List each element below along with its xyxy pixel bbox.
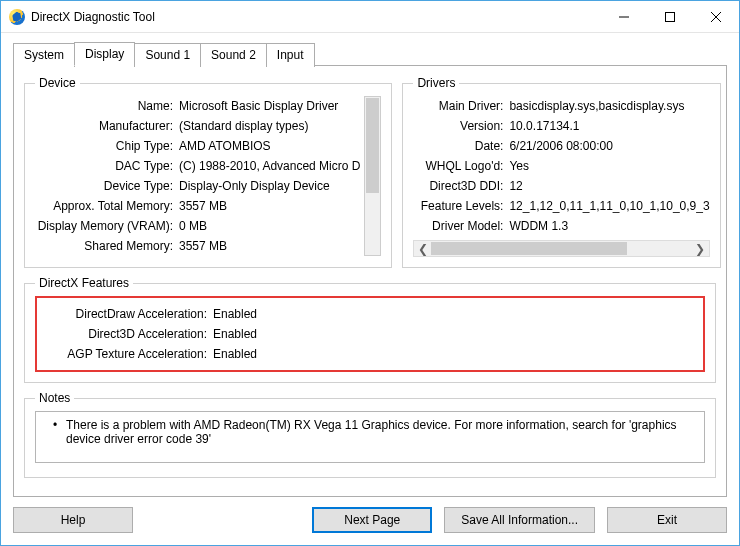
dx-feature-label: DirectDraw Acceleration: [41, 307, 213, 321]
device-vertical-scrollbar[interactable] [364, 96, 381, 256]
window-title: DirectX Diagnostic Tool [31, 10, 155, 24]
directx-features-title: DirectX Features [35, 276, 133, 290]
device-value: AMD ATOMBIOS [179, 139, 360, 153]
driver-value: 12_1,12_0,11_1,11_0,10_1,10_0,9_3 [509, 199, 709, 213]
device-value: 3557 MB [179, 199, 360, 213]
window-frame: DirectX Diagnostic Tool System Display S… [0, 0, 740, 546]
tab-panel-display: Device Name:Microsoft Basic Display Driv… [13, 65, 727, 497]
device-value: Microsoft Basic Display Driver [179, 99, 360, 113]
tab-sound-1[interactable]: Sound 1 [134, 43, 201, 67]
device-value: 0 MB [179, 219, 360, 233]
driver-value: 12 [509, 179, 709, 193]
tab-display[interactable]: Display [74, 42, 135, 66]
driver-label: Feature Levels: [413, 199, 509, 213]
device-value: 3557 MB [179, 239, 360, 253]
bullet-icon: • [44, 418, 66, 456]
dx-feature-value: Enabled [213, 347, 699, 361]
driver-value: basicdisplay.sys,basicdisplay.sys [509, 99, 709, 113]
next-page-button[interactable]: Next Page [312, 507, 432, 533]
directx-features-group: DirectX Features DirectDraw Acceleration… [24, 276, 716, 383]
svg-rect-1 [666, 12, 675, 21]
notes-group-title: Notes [35, 391, 74, 405]
device-group-title: Device [35, 76, 80, 90]
notes-group: Notes • There is a problem with AMD Rade… [24, 391, 716, 478]
device-label: Approx. Total Memory: [35, 199, 179, 213]
exit-button[interactable]: Exit [607, 507, 727, 533]
driver-value: Yes [509, 159, 709, 173]
maximize-button[interactable] [647, 1, 693, 33]
close-icon [711, 12, 721, 22]
scroll-right-arrow-icon[interactable]: ❯ [692, 241, 709, 256]
close-button[interactable] [693, 1, 739, 33]
device-value: (C) 1988-2010, Advanced Micro D [179, 159, 360, 173]
device-label: Chip Type: [35, 139, 179, 153]
driver-label: Driver Model: [413, 219, 509, 233]
directx-features-highlight: DirectDraw Acceleration:Enabled Direct3D… [35, 296, 705, 372]
device-label: Display Memory (VRAM): [35, 219, 179, 233]
driver-value: WDDM 1.3 [509, 219, 709, 233]
tab-sound-2[interactable]: Sound 2 [200, 43, 267, 67]
scrollbar-thumb[interactable] [366, 98, 379, 193]
device-value: (Standard display types) [179, 119, 360, 133]
device-value: Display-Only Display Device [179, 179, 360, 193]
notes-text: There is a problem with AMD Radeon(TM) R… [66, 418, 696, 456]
driver-label: WHQL Logo'd: [413, 159, 509, 173]
button-bar: Help Next Page Save All Information... E… [13, 497, 727, 533]
drivers-group: Drivers Main Driver:basicdisplay.sys,bas… [402, 76, 720, 268]
maximize-icon [665, 12, 675, 22]
device-label: Manufacturer: [35, 119, 179, 133]
dx-feature-label: AGP Texture Acceleration: [41, 347, 213, 361]
minimize-button[interactable] [601, 1, 647, 33]
device-label: Device Type: [35, 179, 179, 193]
driver-label: Version: [413, 119, 509, 133]
drivers-horizontal-scrollbar[interactable]: ❮ ❯ [413, 240, 709, 257]
dx-feature-label: Direct3D Acceleration: [41, 327, 213, 341]
app-icon [9, 9, 25, 25]
help-button[interactable]: Help [13, 507, 133, 533]
minimize-icon [619, 12, 629, 22]
tab-strip: System Display Sound 1 Sound 2 Input [13, 41, 727, 65]
save-all-information-button[interactable]: Save All Information... [444, 507, 595, 533]
driver-value: 10.0.17134.1 [509, 119, 709, 133]
drivers-info-list: Main Driver:basicdisplay.sys,basicdispla… [413, 96, 709, 236]
tab-input[interactable]: Input [266, 43, 315, 67]
device-label: Name: [35, 99, 179, 113]
client-area: System Display Sound 1 Sound 2 Input Dev… [1, 33, 739, 545]
driver-label: Date: [413, 139, 509, 153]
driver-value: 6/21/2006 08:00:00 [509, 139, 709, 153]
driver-label: Direct3D DDI: [413, 179, 509, 193]
dx-feature-value: Enabled [213, 307, 699, 321]
scroll-left-arrow-icon[interactable]: ❮ [414, 241, 431, 256]
dx-feature-value: Enabled [213, 327, 699, 341]
device-info-list: Name:Microsoft Basic Display Driver Manu… [35, 96, 360, 256]
titlebar[interactable]: DirectX Diagnostic Tool [1, 1, 739, 33]
drivers-group-title: Drivers [413, 76, 459, 90]
notes-text-area[interactable]: • There is a problem with AMD Radeon(TM)… [35, 411, 705, 463]
driver-label: Main Driver: [413, 99, 509, 113]
scrollbar-track[interactable] [431, 241, 691, 256]
device-label: DAC Type: [35, 159, 179, 173]
tab-system[interactable]: System [13, 43, 75, 67]
scrollbar-thumb[interactable] [431, 242, 626, 255]
device-label: Shared Memory: [35, 239, 179, 253]
device-group: Device Name:Microsoft Basic Display Driv… [24, 76, 392, 268]
